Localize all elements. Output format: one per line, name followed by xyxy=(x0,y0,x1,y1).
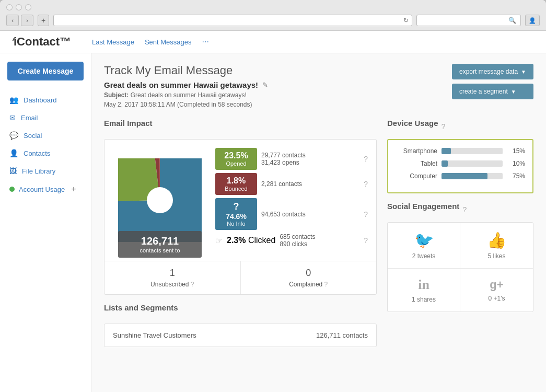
svg-point-3 xyxy=(147,187,173,213)
linkedin-count: 1 shares xyxy=(412,296,436,303)
device-row-tablet: Tablet 10% xyxy=(396,160,525,167)
app-header: ʼiContact™ Last Message Sent Messages ··… xyxy=(0,31,546,53)
social-engagement-header: Social Engagement ? xyxy=(387,202,533,217)
minimize-button[interactable] xyxy=(16,4,22,10)
bounced-help-icon[interactable]: ? xyxy=(364,180,368,188)
computer-label: Computer xyxy=(396,172,437,180)
smartphone-bar xyxy=(442,148,451,154)
create-segment-button[interactable]: create a segment ▼ xyxy=(452,84,533,99)
unsubscribed-help-icon[interactable]: ? xyxy=(191,281,194,288)
search-bar[interactable]: 🔍 xyxy=(416,15,521,26)
clicked-pct: 2.3% xyxy=(227,236,246,245)
new-tab-button[interactable]: + xyxy=(38,15,49,26)
page-header-row: Track My Email Message Great deals on su… xyxy=(104,64,533,110)
logo-text: iContact xyxy=(14,35,60,48)
address-bar[interactable]: ↻ xyxy=(53,15,412,26)
sidebar-label-file-library: File Library xyxy=(22,167,55,175)
back-button[interactable]: ‹ xyxy=(6,15,19,26)
lists-header: Lists and Segments xyxy=(104,303,377,318)
social-cell-likes[interactable]: 👍 5 likes xyxy=(460,223,533,269)
close-button[interactable] xyxy=(6,4,13,10)
sidebar-item-email[interactable]: ✉ Email xyxy=(0,109,91,126)
social-engagement-help-icon[interactable]: ? xyxy=(462,205,467,214)
social-engagement-card: 🐦 2 tweets 👍 5 likes in 1 shares xyxy=(387,222,533,312)
complained-help-icon[interactable]: ? xyxy=(324,281,328,288)
sidebar-item-file-library[interactable]: 🖼 File Library xyxy=(0,162,91,180)
social-cell-twitter[interactable]: 🐦 2 tweets xyxy=(388,223,460,269)
noinfo-label: No Info xyxy=(227,221,245,227)
app-container: ʼiContact™ Last Message Sent Messages ··… xyxy=(0,31,546,392)
opened-contacts: 29,777 contacts xyxy=(261,152,359,159)
message-subject: Subject: Great deals on summer Hawaii ge… xyxy=(104,91,268,99)
pie-chart-container: 126,711 contacts sent to xyxy=(113,148,207,252)
contacts-icon: 👤 xyxy=(9,149,18,157)
nav-sent-messages[interactable]: Sent Messages xyxy=(145,38,192,46)
sidebar-item-social[interactable]: 💬 Social xyxy=(0,126,91,144)
main-layout: Create Message 👥 Dashboard ✉ Email 💬 Soc… xyxy=(0,53,546,392)
dashboard-icon: 👥 xyxy=(9,96,18,104)
export-message-button[interactable]: export message data ▼ xyxy=(452,64,533,79)
sidebar-item-contacts[interactable]: 👤 Contacts xyxy=(0,144,91,162)
noinfo-help-icon[interactable]: ? xyxy=(364,210,368,218)
create-message-button[interactable]: Create Message xyxy=(7,62,84,80)
account-usage-dot xyxy=(9,187,15,192)
smartphone-bar-bg xyxy=(442,148,503,154)
browser-window: ‹ › + ↻ 🔍 👤 ʼiContact™ Last Message Sen xyxy=(0,0,546,392)
social-cell-linkedin[interactable]: in 1 shares xyxy=(388,269,460,312)
refresh-icon[interactable]: ↻ xyxy=(403,17,409,24)
social-grid: 🐦 2 tweets 👍 5 likes in 1 shares xyxy=(388,223,533,312)
bounced-badge: 1.8% Bounced xyxy=(215,173,257,195)
segment-dropdown-arrow: ▼ xyxy=(511,89,516,95)
header-right: export message data ▼ create a segment ▼ xyxy=(452,64,533,99)
header-left: Track My Email Message Great deals on su… xyxy=(104,64,268,110)
nav-buttons: ‹ › xyxy=(6,15,33,26)
left-panel: Email Impact xyxy=(104,119,377,347)
noinfo-badge: ? 74.6% No Info xyxy=(215,198,257,230)
social-cell-googleplus[interactable]: g+ 0 +1's xyxy=(460,269,533,312)
sidebar-item-account-usage[interactable]: Account Usage + xyxy=(0,180,91,199)
sidebar-item-dashboard[interactable]: 👥 Dashboard xyxy=(0,91,91,109)
linkedin-icon: in xyxy=(418,277,429,293)
opened-opens: 31,423 opens xyxy=(261,159,359,166)
footer-unsubscribed: 1 Unsubscribed ? xyxy=(104,261,241,294)
content-area: Track My Email Message Great deals on su… xyxy=(91,53,546,392)
contacts-sent-label: contacts sent to xyxy=(122,247,198,253)
tablet-bar xyxy=(442,160,448,167)
clicked-clicks: 890 clicks xyxy=(280,240,359,248)
email-icon: ✉ xyxy=(9,113,16,122)
tablet-label: Tablet xyxy=(396,160,437,167)
edit-icon[interactable]: ✎ xyxy=(262,81,268,89)
clicked-contacts: 685 contacts xyxy=(280,233,359,240)
header-nav: Last Message Sent Messages ··· xyxy=(92,37,209,47)
maximize-button[interactable] xyxy=(25,4,31,10)
email-impact-card: 126,711 contacts sent to 23. xyxy=(104,139,377,295)
stat-row-clicked: ☞ 2.3% Clicked 685 contacts 890 clicks xyxy=(215,233,368,248)
device-row-smartphone: Smartphone 15% xyxy=(396,147,525,155)
noinfo-numbers: 94,653 contacts xyxy=(261,211,359,218)
sidebar-label-dashboard: Dashboard xyxy=(24,96,57,104)
contacts-sent-number: 126,711 xyxy=(122,235,198,247)
list-contacts: 126,711 contacts xyxy=(316,331,368,339)
clicked-help-icon[interactable]: ? xyxy=(364,236,368,245)
user-icon[interactable]: 👤 xyxy=(525,15,540,26)
impact-footer: 1 Unsubscribed ? 0 Complained ? xyxy=(104,261,376,294)
bounced-numbers: 2,281 contacts xyxy=(261,180,359,188)
subject-label: Subject: xyxy=(104,91,129,99)
file-library-icon: 🖼 xyxy=(9,167,17,175)
twitter-icon: 🐦 xyxy=(414,231,434,249)
impact-stats: 23.5% Opened 29,777 contacts 31,423 open… xyxy=(215,148,368,252)
message-title: Great deals on summer Hawaii getaways! xyxy=(104,80,258,89)
clicked-pct-label: 2.3% Clicked xyxy=(227,236,275,245)
forward-button[interactable]: › xyxy=(21,15,33,26)
computer-bar-bg xyxy=(442,173,503,179)
nav-more-icon[interactable]: ··· xyxy=(202,37,209,47)
export-dropdown-arrow: ▼ xyxy=(521,69,526,75)
nav-last-message[interactable]: Last Message xyxy=(92,38,134,46)
lists-title: Lists and Segments xyxy=(104,303,178,312)
device-usage-help-icon[interactable]: ? xyxy=(442,122,446,131)
unsubscribed-label: Unsubscribed xyxy=(150,281,189,288)
pie-chart xyxy=(118,158,202,242)
opened-help-icon[interactable]: ? xyxy=(364,155,368,163)
add-icon[interactable]: + xyxy=(71,185,76,194)
opened-pct: 23.5% xyxy=(220,151,252,160)
